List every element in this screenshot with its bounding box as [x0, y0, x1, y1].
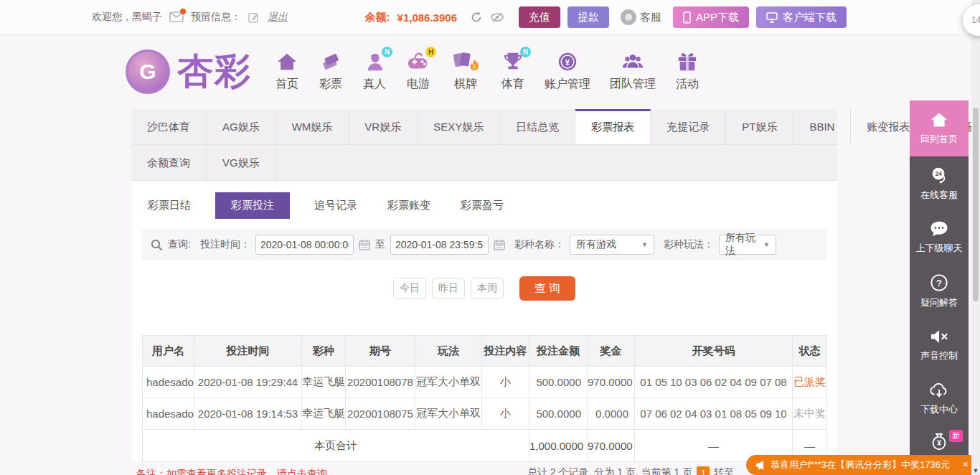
game-select-value: 所有游戏 — [576, 238, 616, 251]
scrollbar-down-arrow[interactable]: ▼ — [971, 467, 980, 474]
megaphone-icon — [755, 460, 765, 470]
calendar-icon[interactable] — [494, 239, 505, 250]
mail-icon[interactable] — [169, 11, 184, 23]
query-label: 查询: — [168, 238, 191, 251]
bet-time-from-input[interactable] — [255, 235, 354, 255]
report-tab[interactable]: 沙巴体育 — [131, 109, 207, 144]
quick-filter-button[interactable]: 本周 — [471, 278, 504, 299]
table-cell: 未中奖 — [793, 398, 827, 430]
lottery-subtab[interactable]: 彩票账变 — [382, 192, 436, 219]
column-header: 开奖号码 — [635, 336, 793, 367]
report-tab[interactable]: 充提记录 — [651, 109, 726, 144]
column-header: 投注内容 — [482, 336, 529, 367]
report-table: 用户名投注时间彩种期号玩法投注内容投注金额奖金开奖号码状态 hadesado20… — [142, 335, 827, 462]
content-card: 沙巴体育AG娱乐WM娱乐VR娱乐SEXY娱乐日结总览彩票报表充提记录PT娱乐BB… — [131, 109, 837, 462]
report-tab[interactable]: 余额查询 — [131, 145, 207, 180]
nav-item-team[interactable]: 团队管理 — [610, 50, 656, 92]
logout-link[interactable]: 退出 — [268, 11, 288, 24]
home-icon — [275, 50, 299, 73]
nav-item-account[interactable]: ¥ 账户管理 — [545, 50, 590, 92]
report-tabs-row2: 余额查询VG娱乐 — [131, 145, 837, 181]
game-name-label: 彩种名称： — [514, 238, 565, 251]
report-tab[interactable]: SEXY娱乐 — [418, 109, 500, 144]
nav-item-sports[interactable]: N 体育 — [501, 50, 525, 92]
table-cell: 2020-01-08 19:29:44 — [194, 367, 302, 398]
table-footer-row: 本页合计 1,000.0000 970.0000 — — — [143, 430, 827, 462]
query-button[interactable]: 查 询 — [519, 276, 575, 301]
deposit-button[interactable]: 充值 — [519, 6, 560, 28]
sidebar-item-sound[interactable]: 声音控制 — [910, 318, 969, 372]
balance-label: 余额: — [365, 11, 390, 24]
client-download-button[interactable]: 客户端下载 — [756, 6, 847, 28]
table-cell: hadesado — [143, 367, 194, 398]
lottery-subtabs: 彩票日结彩票投注追号记录彩票账变彩票盈亏 — [131, 181, 837, 227]
column-header: 奖金 — [588, 336, 635, 367]
sidebar-item-chat[interactable]: 上下级聊天 — [910, 210, 969, 264]
client-download-label: 客户端下载 — [783, 11, 837, 24]
sidebar-item-label: 声音控制 — [920, 349, 958, 362]
footer-note: 备注：如需查看更多投注记录，请点击查询 — [136, 468, 327, 475]
main-nav: 首页 彩票 N 真人 H 电游 棋牌 N 体育 ¥ — [275, 50, 699, 92]
report-tab[interactable]: WM娱乐 — [276, 109, 349, 144]
balance-value: ¥1,086.3906 — [397, 11, 457, 24]
report-tab[interactable]: PT娱乐 — [726, 109, 793, 144]
site-brand[interactable]: G 杏彩 — [126, 47, 252, 95]
report-tab[interactable]: 日结总览 — [500, 109, 575, 144]
nav-item-cards[interactable]: 棋牌 — [450, 50, 481, 92]
report-tab[interactable]: AG娱乐 — [207, 109, 276, 144]
sidebar-item-label: 下载中心 — [920, 403, 958, 416]
nav-item-egames[interactable]: H 电游 — [406, 50, 430, 92]
sidebar-item-online-service[interactable]: 24 在线客服 — [910, 156, 969, 210]
floating-widget-count: 146 — [971, 15, 980, 25]
lottery-subtab[interactable]: 彩票日结 — [142, 192, 197, 219]
page-scrollbar[interactable]: ▼ — [971, 0, 980, 475]
report-tab[interactable]: 彩票报表 — [575, 109, 651, 144]
scrollbar-thumb[interactable] — [973, 108, 979, 301]
reserved-info-label: 预留信息： — [191, 11, 241, 24]
topbar: 欢迎您，黑蝎子 预留信息： 退出 余额: ¥1,086.3906 充值 提款 客… — [0, 0, 980, 34]
service-avatar-icon — [621, 9, 636, 25]
game-select[interactable]: 所有游戏 ▼ — [570, 235, 654, 255]
refresh-icon[interactable] — [470, 11, 483, 24]
mail-unread-dot — [180, 9, 186, 14]
bet-time-to-input[interactable] — [390, 235, 489, 255]
lottery-subtab[interactable]: 彩票投注 — [215, 192, 290, 219]
chevron-down-icon: ▼ — [763, 241, 770, 248]
report-tab[interactable]: BBIN — [793, 109, 851, 144]
close-icon[interactable]: × — [963, 458, 969, 470]
customer-service-button[interactable]: 客服 — [621, 9, 661, 25]
table-cell: 07 06 02 04 03 01 08 05 09 10 — [635, 398, 793, 430]
table-cell: 20200108075 — [346, 398, 415, 430]
sidebar-item-download-center[interactable]: 下载中心 — [910, 372, 969, 425]
table-cell: 0.0000 — [588, 398, 635, 430]
play-select-value: 所有玩法 — [725, 232, 763, 258]
nav-item-promotions[interactable]: 活动 — [675, 50, 699, 92]
lottery-subtab[interactable]: 追号记录 — [308, 192, 363, 219]
nav-item-lottery[interactable]: 彩票 — [319, 50, 343, 92]
bet-total-value: 1,000.0000 — [529, 430, 588, 462]
quick-filter-button[interactable]: 今日 — [393, 278, 426, 299]
quick-filter-button[interactable]: 昨日 — [432, 278, 465, 299]
report-tab[interactable]: VG娱乐 — [207, 145, 276, 180]
nav-label: 活动 — [676, 77, 699, 92]
nav-label: 彩票 — [319, 77, 342, 92]
table-header-row: 用户名投注时间彩种期号玩法投注内容投注金额奖金开奖号码状态 — [143, 336, 827, 367]
goto-label: 转至 — [714, 466, 734, 475]
svg-text:¥: ¥ — [565, 58, 570, 67]
report-tab[interactable]: VR娱乐 — [349, 109, 418, 144]
nav-item-live[interactable]: N 真人 — [362, 50, 387, 92]
svg-text:¥: ¥ — [937, 439, 941, 447]
sidebar-item-faq[interactable]: ? 疑问解答 — [910, 264, 969, 318]
lottery-subtab[interactable]: 彩票盈亏 — [455, 192, 509, 219]
hide-balance-icon[interactable] — [490, 11, 504, 23]
play-select[interactable]: 所有玩法 ▼ — [719, 235, 776, 255]
sidebar-item-back-home[interactable]: 回到首页 — [910, 100, 969, 156]
withdraw-button[interactable]: 提款 — [567, 6, 609, 28]
table-cell: 970.0000 — [588, 367, 635, 398]
calendar-icon[interactable] — [359, 239, 370, 250]
nav-item-home[interactable]: 首页 — [275, 50, 299, 92]
page-number-button[interactable]: 1 — [697, 466, 710, 475]
table-cell: 冠军大小单双 — [415, 398, 482, 430]
edit-icon[interactable] — [248, 12, 259, 23]
app-download-button[interactable]: APP下载 — [673, 6, 749, 28]
